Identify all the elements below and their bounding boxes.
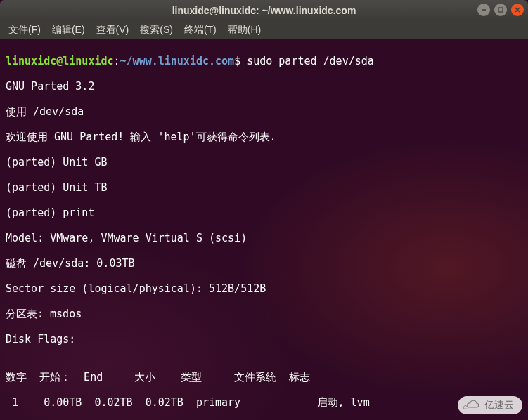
table1-row1: 1 0.00TB 0.02TB 0.02TB primary 启动, lvm xyxy=(6,396,522,409)
maximize-icon xyxy=(497,6,504,13)
watermark-text: 亿速云 xyxy=(484,399,514,412)
out-l4: (parted) Unit GB xyxy=(6,156,522,169)
prompt-line-1: linuxidc@linuxidc:~/www.linuxidc.com$ su… xyxy=(6,55,522,67)
out-l9: Sector size (logical/physical): 512B/512… xyxy=(6,282,522,295)
titlebar: linuxidc@linuxidc: ~/www.linuxidc.com xyxy=(0,0,528,21)
prompt-dollar: $ xyxy=(234,55,247,67)
prompt-path: ~/www.linuxidc.com xyxy=(120,55,235,67)
minimize-button[interactable] xyxy=(477,4,490,16)
table1-header: 数字 开始： End 大小 类型 文件系统 标志 xyxy=(6,371,522,383)
minimize-icon xyxy=(480,6,487,13)
terminal-area[interactable]: linuxidc@linuxidc:~/www.linuxidc.com$ su… xyxy=(0,39,528,420)
out-l6: (parted) print xyxy=(6,206,522,219)
window-title: linuxidc@linuxidc: ~/www.linuxidc.com xyxy=(172,5,356,16)
prompt-userhost: linuxidc@linuxidc xyxy=(6,55,114,67)
menubar: 文件(F) 编辑(E) 查看(V) 搜索(S) 终端(T) 帮助(H) xyxy=(0,21,528,39)
menu-search[interactable]: 搜索(S) xyxy=(136,22,177,38)
out-l7: Model: VMware, VMware Virtual S (scsi) xyxy=(6,232,522,244)
out-l8: 磁盘 /dev/sda: 0.03TB xyxy=(6,257,522,270)
command-1: sudo parted /dev/sda xyxy=(247,55,374,67)
out-l1: GNU Parted 3.2 xyxy=(6,80,522,93)
menu-help[interactable]: 帮助(H) xyxy=(224,22,265,38)
out-l3: 欢迎使用 GNU Parted! 输入 'help'可获得命令列表. xyxy=(6,131,522,143)
watermark: 亿速云 xyxy=(458,396,522,414)
prompt-colon: : xyxy=(114,55,120,67)
cloud-icon xyxy=(463,400,480,411)
maximize-button[interactable] xyxy=(494,4,507,16)
menu-terminal[interactable]: 终端(T) xyxy=(180,22,221,38)
close-button[interactable] xyxy=(511,4,524,16)
menu-edit[interactable]: 编辑(E) xyxy=(48,22,89,38)
out-l10: 分区表: msdos xyxy=(6,308,522,320)
window-controls xyxy=(477,4,524,16)
out-l2: 使用 /dev/sda xyxy=(6,105,522,118)
close-icon xyxy=(514,6,521,13)
out-l5: (parted) Unit TB xyxy=(6,181,522,194)
menu-view[interactable]: 查看(V) xyxy=(92,22,134,38)
menu-file[interactable]: 文件(F) xyxy=(4,22,45,38)
out-l11: Disk Flags: xyxy=(6,333,522,346)
svg-rect-1 xyxy=(498,8,503,12)
